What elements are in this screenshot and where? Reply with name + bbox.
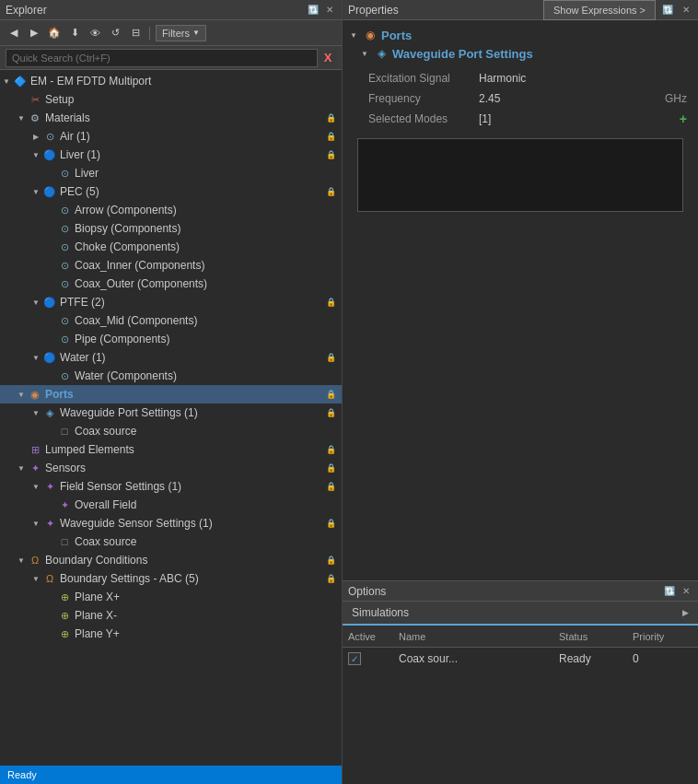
- search-clear-button[interactable]: X: [320, 50, 336, 66]
- tree-label: Field Sensor Settings (1): [60, 480, 325, 493]
- prop-label-frequency: Frequency: [368, 92, 479, 105]
- tree-arrow-icon: ▼: [29, 409, 42, 417]
- tree-node-icon: ◈: [42, 405, 57, 420]
- forward-button[interactable]: ▶: [26, 25, 42, 41]
- tree-item-ptfe[interactable]: ▼🔵PTFE (2)🔒: [0, 293, 342, 311]
- search-input[interactable]: [6, 49, 318, 67]
- tree-label: Coax source: [75, 425, 336, 438]
- undo-button[interactable]: ↺: [107, 25, 123, 41]
- tree-node-icon: ⚙: [28, 111, 42, 125]
- properties-content: ▼ ◉ Ports ▼ ◈ Waveguide Port Settings Ex…: [343, 20, 698, 580]
- add-mode-button[interactable]: +: [676, 111, 691, 126]
- back-button[interactable]: ◀: [6, 25, 22, 41]
- show-expressions-button[interactable]: Show Expressions >: [543, 0, 656, 20]
- home-button[interactable]: 🏠: [46, 25, 63, 41]
- tree-item-choke[interactable]: ⊙Choke (Components): [0, 238, 342, 256]
- tree-items: ▼🔷EM - EM FDTD Multiport✂Setup▼⚙Material…: [0, 72, 342, 643]
- prop-row-frequency: Frequency 2.45 GHz: [350, 88, 691, 109]
- tree-container[interactable]: ▼🔷EM - EM FDTD Multiport✂Setup▼⚙Material…: [0, 70, 342, 766]
- tree-item-root[interactable]: ▼🔷EM - EM FDTD Multiport: [0, 72, 342, 90]
- tree-item-sensors[interactable]: ▼✦Sensors🔒: [0, 459, 342, 477]
- opt-pin-icon[interactable]: 🔃: [663, 585, 676, 598]
- tree-item-coax-source[interactable]: □Coax source: [0, 422, 342, 440]
- tree-label: Ports: [45, 388, 325, 401]
- tree-node-icon: 🔵: [42, 147, 57, 162]
- cell-name: Coax sour...: [399, 652, 559, 665]
- tree-item-waveguide-sensor[interactable]: ▼✦Waveguide Sensor Settings (1)🔒: [0, 514, 342, 532]
- close-icon[interactable]: ✕: [323, 4, 336, 17]
- tree-node-icon: ✦: [28, 461, 42, 475]
- tree-label: Waveguide Sensor Settings (1): [60, 517, 325, 530]
- tree-node-icon: ✂: [28, 92, 42, 107]
- tree-label: Water (1): [60, 351, 325, 364]
- tree-item-water[interactable]: ▼🔵Water (1)🔒: [0, 348, 342, 367]
- filters-button[interactable]: Filters ▼: [156, 25, 206, 41]
- pin-icon[interactable]: 🔃: [307, 4, 320, 17]
- tree-item-coax-mid[interactable]: ⊙Coax_Mid (Components): [0, 311, 342, 330]
- simulations-tab[interactable]: Simulations ▶: [343, 602, 698, 626]
- explorer-panel: Explorer 🔃 ✕ ◀ ▶ 🏠 ⬇ 👁 ↺ ⊟ Filters ▼ X: [0, 0, 343, 784]
- tree-item-overall-field[interactable]: ✦Overall Field: [0, 496, 342, 514]
- filters-label: Filters: [162, 28, 190, 39]
- tree-item-arrow[interactable]: ⊙Arrow (Components): [0, 201, 342, 219]
- active-checkbox[interactable]: [348, 652, 361, 665]
- eye-button[interactable]: 👁: [87, 25, 103, 41]
- tree-label: Lumped Elements: [45, 443, 325, 456]
- tree-item-liver-item[interactable]: ⊙Liver: [0, 164, 342, 182]
- tree-item-plane-yp[interactable]: ⊕Plane Y+: [0, 625, 342, 643]
- tree-arrow-icon: ▼: [29, 151, 42, 159]
- explorer-title: Explorer: [6, 4, 47, 17]
- tree-item-ports[interactable]: ▼◉Ports🔒: [0, 385, 342, 404]
- tree-label: PEC (5): [60, 185, 325, 198]
- tree-node-icon: ✦: [57, 497, 72, 512]
- tree-item-liver[interactable]: ▼🔵Liver (1)🔒: [0, 146, 342, 164]
- lock-icon: 🔒: [325, 555, 336, 566]
- tree-node-icon: 🔷: [13, 74, 28, 88]
- preview-box: [357, 138, 683, 212]
- prop-close-icon[interactable]: ✕: [680, 4, 692, 17]
- options-titlebar: Options 🔃 ✕: [343, 581, 698, 602]
- tree-node-icon: ⊙: [57, 313, 72, 328]
- tree-item-boundary-settings[interactable]: ▼ΩBoundary Settings - ABC (5)🔒: [0, 569, 342, 588]
- tree-arrow-icon: ▼: [15, 464, 28, 473]
- tree-item-waveguide-port[interactable]: ▼◈Waveguide Port Settings (1)🔒: [0, 404, 342, 422]
- tree-item-field-sensor[interactable]: ▼✦Field Sensor Settings (1)🔒: [0, 477, 342, 496]
- simulations-tab-label: Simulations: [352, 606, 409, 619]
- tree-item-coax-source2[interactable]: □Coax source: [0, 532, 342, 551]
- tree-arrow-icon: ▼: [29, 298, 42, 307]
- tree-item-pipe[interactable]: ⊙Pipe (Components): [0, 330, 342, 348]
- prop-label-modes: Selected Modes: [368, 112, 479, 125]
- lock-icon: 🔒: [325, 149, 336, 160]
- window-button[interactable]: ⊟: [127, 25, 144, 41]
- tree-label: Liver: [75, 167, 336, 180]
- tree-label: EM - EM FDTD Multiport: [30, 75, 336, 88]
- waveguide-icon: ◈: [374, 46, 389, 61]
- tree-node-icon: ⊙: [57, 369, 72, 383]
- tree-item-coax-outer[interactable]: ⊙Coax_Outer (Components): [0, 275, 342, 293]
- tree-item-biopsy[interactable]: ⊙Biopsy (Components): [0, 219, 342, 238]
- tree-item-water-item[interactable]: ⊙Water (Components): [0, 367, 342, 385]
- tree-item-plane-xp[interactable]: ⊕Plane X+: [0, 588, 342, 606]
- tree-node-icon: ⊙: [57, 203, 72, 217]
- table-row[interactable]: Coax sour... Ready 0: [343, 648, 698, 670]
- lock-icon: 🔒: [325, 112, 336, 123]
- tree-arrow-icon: ▼: [15, 391, 28, 399]
- tree-item-materials[interactable]: ▼⚙Materials🔒: [0, 109, 342, 127]
- tree-label: Waveguide Port Settings (1): [60, 406, 325, 419]
- opt-close-icon[interactable]: ✕: [680, 585, 692, 598]
- options-panel: Options 🔃 ✕ Simulations ▶ Active Name St…: [343, 581, 698, 784]
- tree-item-pec[interactable]: ▼🔵PEC (5)🔒: [0, 182, 342, 201]
- tree-label: Arrow (Components): [75, 204, 336, 216]
- tree-item-air[interactable]: ▶⊙Air (1)🔒: [0, 127, 342, 146]
- tree-item-boundary[interactable]: ▼ΩBoundary Conditions🔒: [0, 551, 342, 569]
- tree-node-icon: ✦: [42, 479, 57, 494]
- down-button[interactable]: ⬇: [66, 25, 83, 41]
- tree-item-lumped[interactable]: ⊞Lumped Elements🔒: [0, 440, 342, 459]
- tree-label: Plane Y+: [75, 627, 336, 640]
- tree-item-coax-inner[interactable]: ⊙Coax_Inner (Components): [0, 256, 342, 275]
- tree-item-plane-xm[interactable]: ⊕Plane X-: [0, 606, 342, 625]
- prop-pin-icon[interactable]: 🔃: [661, 4, 674, 17]
- right-panel: Properties Show Expressions > 🔃 ✕ ▼ ◉ Po…: [343, 0, 698, 784]
- col-header-active: Active: [348, 631, 399, 642]
- tree-item-setup[interactable]: ✂Setup: [0, 90, 342, 109]
